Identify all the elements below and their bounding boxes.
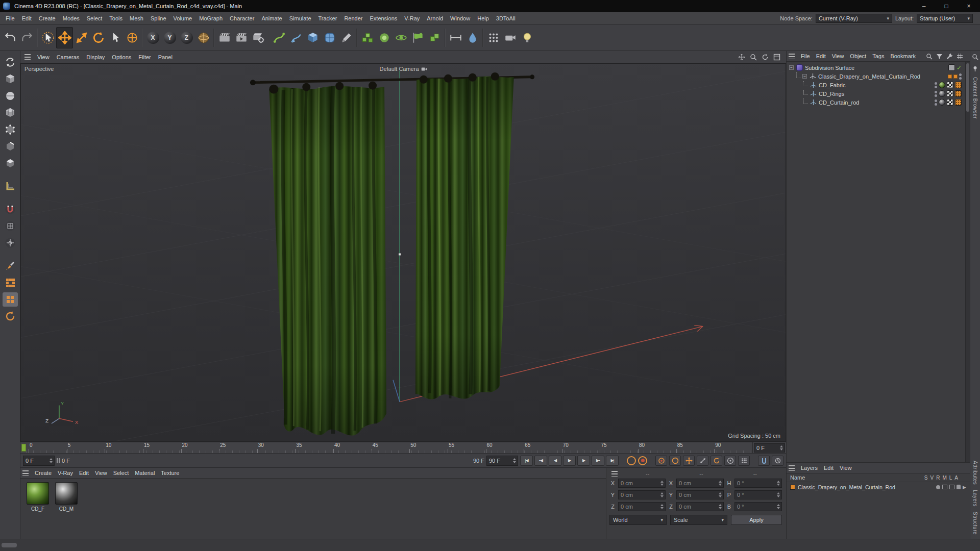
viewport-menu-item[interactable]: Cameras (53, 53, 83, 61)
pan-view-icon[interactable] (737, 53, 747, 62)
visibility-dots[interactable] (935, 91, 937, 97)
uv-mode-button[interactable] (3, 106, 18, 120)
field-stepper[interactable] (776, 479, 780, 487)
layout-dropdown[interactable]: Startup (User)▾ (917, 14, 973, 23)
position-y-field[interactable]: 0 cm (618, 490, 666, 499)
menu-item[interactable]: Simulate (286, 14, 315, 22)
field-stepper[interactable] (659, 503, 664, 511)
layer-color-icon[interactable] (948, 74, 952, 79)
visibility-dots[interactable] (935, 99, 937, 106)
range-start-field[interactable]: 0 F (23, 456, 55, 466)
primitive-cube-button[interactable] (304, 27, 321, 48)
material-tag-icon[interactable] (939, 82, 945, 88)
object-manager-scrollbar[interactable] (965, 62, 970, 462)
edges-mode-button[interactable] (3, 139, 18, 154)
object-menu-item[interactable]: View (829, 52, 847, 60)
material-item[interactable]: CD_F (26, 482, 50, 512)
menu-item[interactable]: Edit (18, 14, 35, 22)
record-toggle[interactable] (638, 456, 647, 465)
lock-toggle-icon[interactable] (957, 485, 961, 489)
vray-tag-icon[interactable] (955, 82, 962, 88)
material-menu-item[interactable]: V-Ray (55, 469, 76, 477)
viewport-menu-item[interactable]: Display (83, 53, 108, 61)
menu-item[interactable]: Animate (258, 14, 285, 22)
axis-mode-button[interactable] (124, 27, 140, 48)
coordinate-system-button[interactable] (195, 27, 212, 48)
panel-menu-icon[interactable] (789, 465, 795, 471)
field-stepper[interactable] (718, 503, 722, 511)
paint-tool-button[interactable] (3, 259, 18, 273)
zoom-view-icon[interactable] (748, 53, 758, 62)
measure-tool[interactable] (447, 27, 464, 48)
timeline-ruler[interactable]: 051015202530354045505560657075808590 0 F (20, 442, 786, 453)
sculpt-pen-button[interactable] (338, 27, 355, 48)
material-menu-item[interactable]: View (92, 469, 110, 477)
position-z-field[interactable]: 0 cm (618, 502, 666, 511)
pin-icon[interactable] (972, 65, 978, 72)
wrench-icon[interactable] (945, 52, 953, 60)
key-pla-toggle[interactable] (738, 456, 750, 466)
layer-row[interactable]: Classic_Drapery_on_Metal_Curtain_Rod ▶ (787, 482, 970, 492)
visibility-dots[interactable] (959, 73, 962, 80)
key-rotation-toggle[interactable] (710, 456, 722, 466)
panel-menu-icon[interactable] (789, 54, 795, 59)
snap-grid-button[interactable] (3, 219, 18, 233)
camera-icon[interactable] (422, 67, 427, 71)
autokey-button[interactable] (669, 456, 681, 466)
rotate-workplane-button[interactable] (3, 309, 18, 323)
scrollbar-thumb[interactable] (966, 63, 969, 112)
frame-stepper[interactable] (779, 444, 783, 452)
minimize-button[interactable]: – (913, 0, 935, 12)
field-stepper[interactable] (718, 491, 722, 499)
object-menu-item[interactable]: Edit (813, 52, 829, 60)
menu-item[interactable]: V-Ray (401, 14, 423, 22)
uvw-tag-icon[interactable] (947, 82, 953, 88)
rotate-view-icon[interactable] (760, 53, 770, 62)
object-name[interactable]: Subdivision Surface (805, 65, 946, 71)
redo-button[interactable] (18, 27, 35, 48)
menu-item[interactable]: Spline (147, 14, 170, 22)
display-tag-icon[interactable] (948, 64, 955, 71)
object-name[interactable]: CD_Curtain_rod (819, 99, 933, 106)
visibility-dots[interactable] (935, 82, 937, 88)
view-toggle-icon[interactable] (942, 485, 947, 489)
close-button[interactable]: × (958, 0, 980, 12)
range-start-stepper[interactable] (48, 456, 53, 465)
transport-button[interactable]: ▶ (563, 456, 576, 466)
workplane-mode-button[interactable] (3, 179, 18, 193)
material-menu-item[interactable]: Create (32, 469, 55, 477)
volume-button[interactable] (426, 27, 443, 48)
size-z-field[interactable]: 0 cm (676, 502, 724, 511)
vray-tag-icon[interactable] (955, 99, 962, 106)
object-menu-item[interactable]: Bookmark (887, 52, 919, 60)
current-frame-marker[interactable] (21, 444, 26, 452)
tree-row-drapery-group[interactable]: − Classic_Drapery_on_Metal_Curtain_Rod (787, 72, 970, 81)
subdivision-surface-button[interactable] (321, 27, 338, 48)
snap-settings-button[interactable] (3, 236, 18, 250)
object-name[interactable]: CD_Rings (819, 91, 933, 97)
workplane-button[interactable] (464, 27, 481, 48)
menu-item[interactable]: Render (340, 14, 366, 22)
live-selection-tool[interactable] (39, 27, 56, 48)
play-sound-toggle[interactable] (627, 456, 636, 465)
grid-icon[interactable] (955, 52, 964, 60)
scale-tool[interactable] (73, 27, 90, 48)
curtain-panel-left[interactable] (269, 82, 386, 436)
field-stepper[interactable] (718, 479, 722, 487)
uvw-tag-icon[interactable] (947, 90, 953, 97)
range-end-field[interactable]: 90 F (486, 456, 518, 466)
snap-enable-button[interactable] (3, 202, 18, 216)
view-name-label[interactable]: Perspective (24, 66, 54, 72)
menu-item[interactable]: Modes (59, 14, 83, 22)
render-settings-button[interactable] (250, 27, 266, 48)
rotation-h-field[interactable]: 0 ° (734, 479, 782, 488)
transport-button[interactable]: |◀ (520, 456, 533, 466)
tab-content-browser[interactable]: Content Browser (972, 77, 978, 119)
menu-item[interactable]: Select (83, 14, 106, 22)
material-tag-icon[interactable] (939, 99, 945, 106)
position-x-field[interactable]: 0 cm (618, 479, 666, 488)
render-toggle-icon[interactable] (949, 485, 954, 489)
menu-item[interactable]: Tools (106, 14, 126, 22)
record-keyframe-button[interactable] (655, 456, 667, 466)
object-menu-item[interactable]: Object (847, 52, 869, 60)
